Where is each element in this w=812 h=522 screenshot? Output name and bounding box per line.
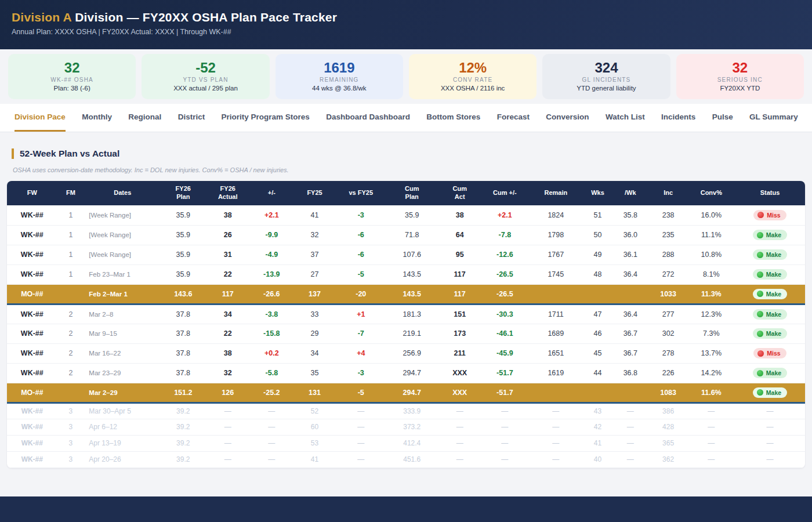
tab-gl-summary[interactable]: GL Summary bbox=[749, 104, 798, 132]
cell-dates: Feb 2–Mar 1 bbox=[84, 284, 161, 304]
cell-status: Make bbox=[735, 304, 805, 324]
table-row: WK-##1Feb 23–Mar 135.922-13.927-5143.511… bbox=[7, 264, 805, 284]
cell-cum_diff: -51.7 bbox=[481, 383, 528, 403]
cell-per_wk: — bbox=[612, 419, 648, 435]
cell-remain: — bbox=[528, 451, 583, 467]
cell-wks: 42 bbox=[583, 419, 612, 435]
cell-vs: +4 bbox=[336, 343, 386, 363]
cell-fw: MO-## bbox=[7, 383, 57, 403]
tab-bottom-stores[interactable]: Bottom Stores bbox=[426, 104, 480, 132]
pace-table-container: FWFMDatesFY26 PlanFY26 Actual+/-FY25vs F… bbox=[7, 181, 805, 468]
cell-cum_diff: -51.7 bbox=[481, 363, 528, 383]
cell-status: — bbox=[735, 435, 805, 451]
cell-plan: 39.2 bbox=[161, 451, 205, 467]
tab-division-pace[interactable]: Division Pace bbox=[14, 104, 66, 132]
status-dot-icon bbox=[757, 271, 763, 278]
cell-fy25: 33 bbox=[293, 304, 336, 324]
status-badge-miss: Miss bbox=[753, 348, 786, 358]
cell-status: Make bbox=[735, 324, 805, 343]
kpi-subtext: 44 wks @ 36.8/wk bbox=[278, 85, 401, 92]
kpi-card-wk-osha: 32WK-## OSHAPlan: 38 (-6) bbox=[8, 54, 136, 99]
tab-priority-program-stores[interactable]: Priority Program Stores bbox=[222, 104, 310, 132]
cell-fm: 2 bbox=[57, 324, 85, 343]
cell-vs: — bbox=[336, 419, 386, 435]
cell-status: Make bbox=[735, 264, 805, 284]
cell-dates: Mar 9–15 bbox=[84, 324, 161, 343]
tab-monthly[interactable]: Monthly bbox=[82, 104, 112, 132]
cell-cum_diff: -30.3 bbox=[481, 304, 528, 324]
table-row: WK-##1[Week Range]35.926-9.932-671.864-7… bbox=[7, 225, 805, 245]
cell-fy25: 137 bbox=[293, 284, 336, 304]
tab-dashboard-dashboard[interactable]: Dashboard Dashboard bbox=[326, 104, 410, 132]
cell-cum_diff: +2.1 bbox=[481, 205, 528, 225]
cell-per_wk: 36.8 bbox=[612, 363, 648, 383]
cell-remain: — bbox=[528, 403, 583, 419]
cell-status: Make bbox=[735, 284, 805, 304]
cell-actual: — bbox=[205, 403, 250, 419]
cell-fw: WK-## bbox=[7, 205, 57, 225]
cell-per_wk: — bbox=[612, 403, 648, 419]
tab-pulse[interactable]: Pulse bbox=[712, 104, 733, 132]
cell-status: Miss bbox=[735, 343, 805, 363]
cell-conv: 14.2% bbox=[688, 363, 735, 383]
tab-watch-list[interactable]: Watch List bbox=[606, 104, 645, 132]
cell-plan: 39.2 bbox=[161, 403, 205, 419]
cell-cum_plan: 35.9 bbox=[386, 205, 438, 225]
cell-cum_act: 95 bbox=[438, 245, 481, 264]
cell-cum_act: 173 bbox=[438, 324, 481, 343]
tab-regional[interactable]: Regional bbox=[128, 104, 161, 132]
cell-actual: 34 bbox=[205, 304, 250, 324]
cell-cum_diff: — bbox=[481, 403, 528, 419]
cell-cum_act: 38 bbox=[438, 205, 481, 225]
cell-wks bbox=[583, 383, 612, 403]
cell-fy25: 41 bbox=[293, 451, 336, 467]
cell-dates: [Week Range] bbox=[84, 205, 161, 225]
table-row: WK-##1[Week Range]35.938+2.141-335.938+2… bbox=[7, 205, 805, 225]
cell-wks: 40 bbox=[583, 451, 612, 467]
cell-diff: -5.8 bbox=[250, 363, 293, 383]
cell-dates: Apr 6–12 bbox=[84, 419, 161, 435]
cell-diff: -9.9 bbox=[250, 225, 293, 245]
cell-fm: 3 bbox=[57, 403, 85, 419]
tab-incidents[interactable]: Incidents bbox=[661, 104, 695, 132]
cell-fy25: 37 bbox=[293, 245, 336, 264]
cell-cum_act: XXX bbox=[438, 383, 481, 403]
cell-inc: 1083 bbox=[648, 383, 687, 403]
cell-plan: 35.9 bbox=[161, 245, 205, 264]
cell-wks: 41 bbox=[583, 435, 612, 451]
cell-actual: 38 bbox=[205, 343, 250, 363]
cell-per_wk: — bbox=[612, 451, 648, 467]
tab-conversion[interactable]: Conversion bbox=[546, 104, 589, 132]
cell-cum_act: 64 bbox=[438, 225, 481, 245]
cell-remain: — bbox=[528, 435, 583, 451]
tab-district[interactable]: District bbox=[178, 104, 205, 132]
status-dot-icon bbox=[757, 311, 763, 317]
cell-plan: 37.8 bbox=[161, 343, 205, 363]
cell-fw: WK-## bbox=[7, 264, 57, 284]
cell-dates: Mar 2–8 bbox=[84, 304, 161, 324]
kpi-card-ytd-vs-plan: -52YTD VS PLANXXX actual / 295 plan bbox=[142, 54, 269, 99]
status-badge-make: Make bbox=[753, 328, 787, 339]
cell-actual: 126 bbox=[205, 383, 250, 403]
cell-fy25: 34 bbox=[293, 343, 336, 363]
status-dot-icon bbox=[757, 212, 764, 218]
kpi-label: YTD VS PLAN bbox=[144, 77, 267, 83]
cell-per_wk: 36.1 bbox=[612, 245, 648, 264]
cell-actual: 22 bbox=[205, 324, 250, 343]
table-row: WK-##3Mar 30–Apr 539.2——52—333.9———43—38… bbox=[7, 403, 805, 419]
cell-fm: 3 bbox=[57, 451, 85, 467]
status-dot-icon bbox=[757, 389, 763, 396]
cell-inc: 277 bbox=[648, 304, 687, 324]
cell-diff: -25.2 bbox=[250, 383, 293, 403]
cell-vs: -6 bbox=[336, 225, 386, 245]
cell-status: Make bbox=[735, 383, 805, 403]
cell-conv: — bbox=[688, 419, 735, 435]
cell-fm: 1 bbox=[57, 205, 85, 225]
cell-fy25: 35 bbox=[293, 363, 336, 383]
status-dot-icon bbox=[757, 350, 764, 357]
cell-cum_diff: — bbox=[481, 419, 528, 435]
cell-wks: 45 bbox=[583, 343, 612, 363]
cell-vs: — bbox=[336, 451, 386, 467]
status-badge-make: Make bbox=[753, 230, 787, 240]
tab-forecast[interactable]: Forecast bbox=[497, 104, 530, 132]
